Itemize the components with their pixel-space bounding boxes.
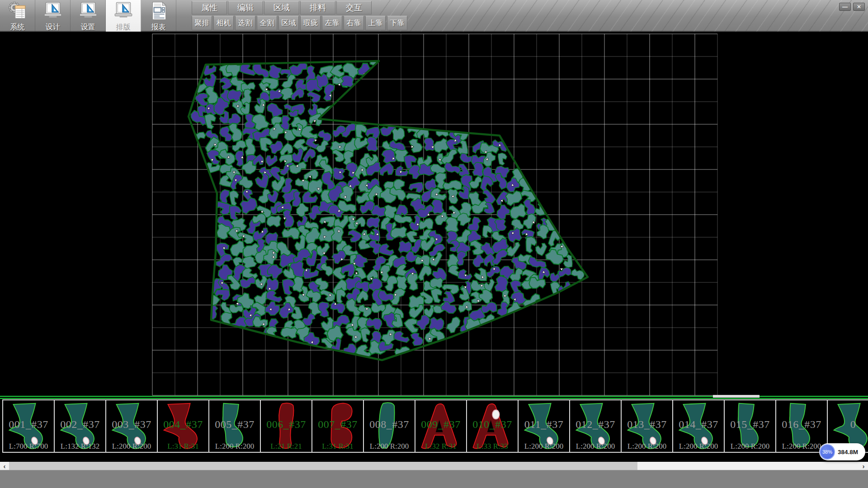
app-mode-系统[interactable]: 系统	[0, 0, 35, 32]
close-button[interactable]: ✕	[853, 3, 865, 11]
piece-lr-count-label: L:200 R:200	[106, 442, 157, 451]
app-mode-label: 系统	[10, 23, 25, 32]
piece-id-label: 005_#37	[209, 418, 260, 431]
report-doc-icon	[148, 1, 169, 22]
laptop-ruler-icon	[42, 1, 63, 22]
piece-lr-count-label: L:32 R:31	[415, 442, 466, 451]
piece-lr-count-label: L:132 R:132	[55, 442, 105, 451]
thumbnail-horizontal-scrollbar[interactable]: ‹ ›	[0, 462, 868, 470]
ribbon-tab-属性[interactable]: 属性	[192, 1, 227, 14]
minimize-button[interactable]: —	[839, 3, 851, 11]
piece-id-label: 001_#37	[3, 418, 54, 431]
piece-lr-count-label: L:200 R:200	[209, 442, 260, 451]
app-mode-设计[interactable]: 设计	[35, 0, 71, 32]
piece-thumbnail-011_#37[interactable]: 011_#37L:200 R:200	[518, 399, 570, 453]
piece-id-label: 013_#37	[622, 418, 672, 431]
piece-id-label: 006_#37	[261, 418, 311, 431]
piece-thumbnail-015_#37[interactable]: 015_#37L:200 R:200	[724, 399, 776, 453]
app-window: 系统 设计 设置 排版 报表 属性编辑区域排料交互 聚排相机选割全割区	[0, 0, 868, 488]
app-mode-label: 报表	[151, 23, 166, 32]
window-controls: — ✕	[839, 3, 865, 11]
status-bar	[0, 470, 868, 488]
ribbon-tab-区域[interactable]: 区域	[264, 1, 299, 14]
piece-id-label: 014_#37	[673, 418, 724, 431]
piece-id-label: 003_#37	[106, 418, 157, 431]
piece-id-label: 010_#37	[467, 418, 518, 431]
ribbon-tool-左靠[interactable]: 左靠	[322, 16, 342, 30]
piece-lr-count-label: L:200 R:200	[673, 442, 724, 451]
piece-id-label: 0	[828, 418, 868, 431]
piece-lr-count-label: L:200 R:200	[725, 442, 775, 451]
piece-thumbnail-016_#37[interactable]: 016_#37L:200 R:200	[775, 399, 828, 453]
ribbon-tool-下靠[interactable]: 下靠	[387, 16, 407, 30]
ribbon-tool-区域[interactable]: 区域	[278, 16, 299, 30]
piece-thumbnail-001_#37[interactable]: 001_#37L:700 R:700	[2, 399, 55, 453]
piece-lr-count-label: L:700 R:700	[3, 442, 54, 451]
ribbon-tool-右靠[interactable]: 右靠	[344, 16, 364, 30]
piece-thumbnail-strip: 001_#37L:700 R:700002_#37L:132 R:132003_…	[0, 399, 868, 454]
piece-id-label: 015_#37	[725, 418, 775, 431]
piece-thumbnail-004_#37[interactable]: 004_#37L:31 R:31	[157, 399, 209, 453]
gear-doc-icon	[7, 1, 28, 22]
piece-thumbnail-008_#37[interactable]: 008_#37L:200 R:200	[363, 399, 415, 453]
nested-pieces	[189, 52, 586, 361]
app-mode-设置[interactable]: 设置	[71, 0, 106, 32]
piece-lr-count-label: L:31 R:31	[158, 442, 208, 451]
piece-lr-count-label: L:21 R:21	[261, 442, 311, 451]
ribbon-toolbar: 系统 设计 设置 排版 报表 属性编辑区域排料交互 聚排相机选割全割区	[0, 0, 868, 32]
ribbon-tab-排料[interactable]: 排料	[300, 1, 335, 14]
piece-thumbnail-009_#37[interactable]: 009_#37L:32 R:31	[415, 399, 467, 453]
memory-value: 384.8M	[838, 449, 858, 455]
piece-id-label: 002_#37	[55, 418, 105, 431]
ribbon-tab-row: 属性编辑区域排料交互	[192, 1, 407, 14]
piece-thumbnail-012_#37[interactable]: 012_#37L:200 R:200	[569, 399, 622, 453]
app-mode-label: 排版	[116, 23, 131, 32]
app-mode-label: 设计	[46, 23, 60, 32]
nesting-canvas[interactable]	[0, 32, 868, 396]
piece-id-label: 016_#37	[776, 418, 827, 431]
memory-usage-pill: 38% 384.8M	[819, 443, 865, 460]
app-mode-label: 设置	[81, 23, 95, 32]
ribbon-tab-编辑[interactable]: 编辑	[228, 1, 263, 14]
piece-lr-count-label: L:33 R:33	[467, 442, 518, 451]
app-mode-排版[interactable]: 排版	[106, 0, 141, 32]
piece-thumbnail-005_#37[interactable]: 005_#37L:200 R:200	[208, 399, 261, 453]
ribbon-tool-上靠[interactable]: 上靠	[365, 16, 386, 30]
progress-percent-badge: 38%	[820, 444, 835, 460]
ribbon-tab-交互[interactable]: 交互	[336, 1, 372, 14]
ribbon-tool-row: 聚排相机选割全割区域瑕疵左靠右靠上靠下靠	[192, 16, 407, 30]
piece-thumbnail-007_#37[interactable]: 007_#37L:31 R:31	[311, 399, 364, 453]
piece-lr-count-label: L:200 R:200	[519, 442, 569, 451]
ribbon-tool-瑕疵[interactable]: 瑕疵	[300, 16, 321, 30]
piece-lr-count-label: L:200 R:200	[622, 442, 672, 451]
piece-thumbnail-006_#37[interactable]: 006_#37L:21 R:21	[260, 399, 312, 453]
piece-id-label: 004_#37	[158, 418, 208, 431]
ribbon-tool-相机[interactable]: 相机	[213, 16, 234, 30]
app-mode-报表[interactable]: 报表	[141, 0, 176, 32]
ribbon-tool-全割[interactable]: 全割	[257, 16, 277, 30]
scroll-right-arrow[interactable]: ›	[859, 462, 868, 470]
piece-thumbnail-003_#37[interactable]: 003_#37L:200 R:200	[105, 399, 158, 453]
ribbon-tool-聚排[interactable]: 聚排	[192, 16, 212, 30]
laptop-ruler-icon	[113, 1, 134, 22]
titlebar-hatch-texture	[380, 0, 868, 32]
nesting-drawing	[0, 32, 868, 396]
piece-id-label: 011_#37	[519, 418, 569, 431]
piece-lr-count-label: L:200 R:200	[364, 442, 415, 451]
piece-lr-count-label: L:31 R:31	[312, 442, 363, 451]
scrollbar-thumb[interactable]	[9, 462, 637, 470]
app-mode-strip: 系统 设计 设置 排版 报表	[0, 0, 176, 32]
ribbon-menus: 属性编辑区域排料交互 聚排相机选割全割区域瑕疵左靠右靠上靠下靠	[192, 0, 407, 30]
piece-lr-count-label: L:200 R:200	[570, 442, 621, 451]
piece-id-label: 007_#37	[312, 418, 363, 431]
piece-id-label: 009_#37	[415, 418, 466, 431]
piece-thumbnail-010_#37[interactable]: 010_#37L:33 R:33	[466, 399, 519, 453]
piece-thumbnail-013_#37[interactable]: 013_#37L:200 R:200	[621, 399, 673, 453]
ribbon-tool-选割[interactable]: 选割	[235, 16, 255, 30]
piece-thumbnail-002_#37[interactable]: 002_#37L:132 R:132	[54, 399, 106, 453]
piece-thumbnail-014_#37[interactable]: 014_#37L:200 R:200	[672, 399, 725, 453]
piece-id-label: 012_#37	[570, 418, 621, 431]
laptop-ruler-icon	[78, 1, 99, 22]
scroll-left-arrow[interactable]: ‹	[0, 462, 9, 470]
piece-id-label: 008_#37	[364, 418, 415, 431]
